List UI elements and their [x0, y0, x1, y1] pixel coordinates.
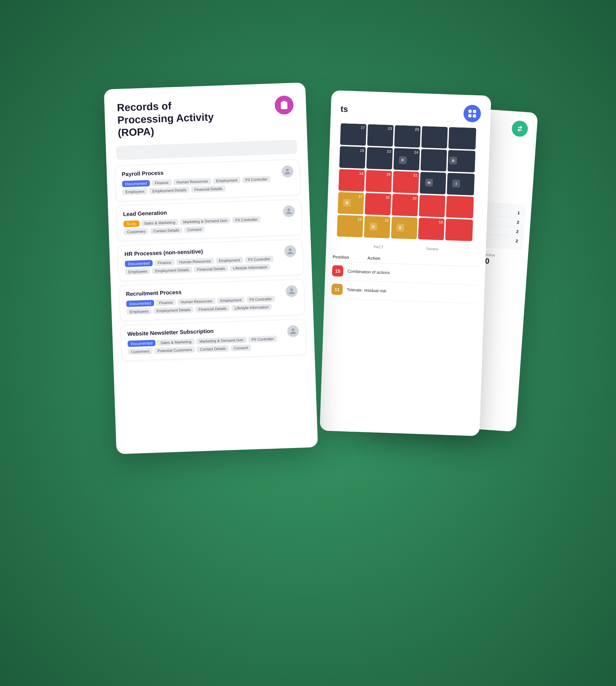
- grid-icon: [463, 105, 481, 123]
- avatar: [287, 325, 299, 337]
- svg-rect-24: [420, 149, 447, 172]
- avatar: [281, 165, 293, 178]
- svg-text:19: 19: [386, 172, 391, 176]
- svg-text:10: 10: [357, 217, 362, 221]
- ropa-title: Records of Processing Activity (ROPA): [117, 98, 229, 139]
- risk-matrix: 17 23 25 15 22 24 F A: [332, 123, 485, 246]
- svg-text:17: 17: [358, 194, 363, 198]
- risk-table: Position Action 15 Combination of action…: [331, 252, 478, 304]
- svg-rect-37: [446, 173, 474, 195]
- process-list: Payroll Process Documented Finance Human…: [106, 159, 314, 361]
- svg-text:23: 23: [388, 126, 392, 130]
- svg-text:B: B: [345, 201, 348, 205]
- risk-badge-medium: 11: [331, 284, 343, 295]
- scene: s Requests al: [100, 65, 517, 621]
- svg-text:24: 24: [414, 150, 419, 154]
- ropa-card: Records of Processing Activity (ROPA) Pa…: [104, 82, 318, 454]
- svg-text:18: 18: [438, 220, 443, 224]
- svg-text:15: 15: [360, 148, 364, 153]
- svg-text:21: 21: [413, 173, 418, 177]
- ropa-header: Records of Processing Activity (ROPA): [104, 82, 307, 146]
- risk-badge-high: 15: [332, 265, 343, 277]
- clipboard-icon: [274, 95, 294, 115]
- process-card-hr[interactable]: HR Processes (non-sensitive) Documented …: [117, 239, 303, 281]
- avatar: [284, 245, 296, 257]
- process-card-lead[interactable]: Lead Generation To-do Sales & Marketing …: [116, 199, 302, 242]
- svg-text:12: 12: [384, 218, 389, 222]
- svg-rect-15: [448, 127, 476, 149]
- transfer-icon: [511, 120, 528, 137]
- svg-text:14: 14: [359, 171, 364, 175]
- svg-text:22: 22: [387, 149, 391, 153]
- avatar: [282, 205, 295, 217]
- risk-title: ts: [340, 104, 348, 114]
- svg-rect-14: [421, 126, 447, 149]
- svg-text:D: D: [372, 224, 375, 229]
- svg-text:E: E: [399, 226, 402, 230]
- svg-rect-6: [468, 114, 471, 117]
- svg-rect-48: [419, 195, 445, 218]
- svg-rect-61: [445, 219, 473, 241]
- svg-text:H: H: [427, 180, 430, 185]
- svg-text:I: I: [455, 181, 457, 186]
- svg-text:F: F: [401, 158, 404, 162]
- risk-header: ts: [330, 90, 491, 129]
- svg-rect-5: [473, 110, 476, 113]
- risk-card: ts 17 23 25: [320, 90, 491, 436]
- svg-text:25: 25: [414, 127, 419, 131]
- svg-rect-4: [468, 109, 471, 113]
- process-card-payroll[interactable]: Payroll Process Documented Finance Human…: [115, 159, 301, 202]
- process-card-recruitment[interactable]: Recruitment Process Documented Finance H…: [119, 279, 305, 321]
- svg-text:20: 20: [412, 196, 417, 200]
- svg-rect-49: [446, 196, 474, 218]
- svg-text:17: 17: [361, 125, 365, 130]
- svg-rect-7: [473, 114, 476, 117]
- svg-text:16: 16: [385, 195, 390, 199]
- avatar: [285, 285, 297, 297]
- svg-text:A: A: [452, 158, 454, 163]
- process-card-newsletter[interactable]: Website Newsletter Subscription Document…: [120, 319, 306, 361]
